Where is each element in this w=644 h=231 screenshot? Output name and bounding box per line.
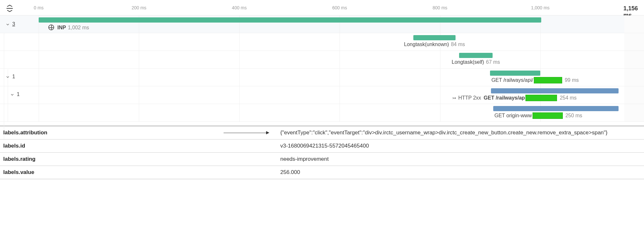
- span-bar[interactable]: [493, 106, 619, 111]
- span-child-count[interactable]: 3: [12, 21, 15, 27]
- span-row[interactable]: 3INP1,002 ms: [0, 15, 644, 33]
- details-key: labels.rating: [3, 156, 274, 162]
- span-bar[interactable]: [491, 88, 619, 93]
- span-child-count: 1: [12, 74, 15, 80]
- details-value: needs-improvement: [280, 156, 641, 162]
- chevron-down-icon[interactable]: [5, 21, 11, 28]
- span-label: GET /railways/api/99 ms: [491, 77, 579, 83]
- span-row[interactable]: Longtask(unknown)84 ms: [0, 33, 644, 51]
- details-row: labels.attribution{"eventType":"click","…: [0, 126, 644, 140]
- span-row[interactable]: GET origin-www250 ms: [0, 104, 644, 122]
- span-duration: 84 ms: [451, 42, 465, 47]
- details-value: {"eventType":"click","eventTarget":"div>…: [280, 130, 641, 136]
- globe-icon: [48, 24, 54, 30]
- redacted-text: [525, 95, 557, 101]
- span-rows: 3INP1,002 msLongtask(unknown)84 msLongta…: [0, 15, 644, 122]
- span-row[interactable]: Longtask(self)67 ms: [0, 51, 644, 69]
- ruler-tick: 200 ms: [131, 5, 146, 10]
- span-duration: 254 ms: [560, 95, 576, 101]
- span-label: INP1,002 ms: [48, 24, 89, 31]
- timeline: 0 ms200 ms400 ms600 ms800 ms1,000 ms1,15…: [0, 0, 644, 122]
- chevron-down-icon[interactable]: [9, 91, 15, 98]
- details-value: v3-1680069421315-5572045465400: [280, 143, 641, 149]
- span-label: GET origin-www250 ms: [495, 112, 582, 119]
- details-value: 256.000: [280, 169, 641, 176]
- details-row: labels.idv3-1680069421315-5572045465400: [0, 140, 644, 153]
- span-bar[interactable]: [459, 53, 493, 58]
- time-ruler: 0 ms200 ms400 ms600 ms800 ms1,000 ms1,15…: [0, 0, 644, 15]
- details-key: labels.value: [3, 169, 274, 176]
- arrow-icon: [224, 133, 269, 133]
- span-row[interactable]: 1GET /railways/api/99 ms: [0, 69, 644, 86]
- span-duration: 99 ms: [565, 77, 579, 83]
- ruler-tick: 600 ms: [332, 5, 347, 10]
- http-out-icon: ↣: [452, 95, 456, 101]
- details-key: labels.attribution: [3, 130, 274, 136]
- http-status: HTTP 2xx: [458, 95, 481, 101]
- redacted-text: [534, 77, 562, 83]
- ruler-tick: 800 ms: [433, 5, 447, 10]
- span-title: Longtask(unknown): [404, 42, 449, 47]
- details-table: labels.attribution{"eventType":"click","…: [0, 126, 644, 179]
- span-title: Longtask(self): [452, 59, 484, 65]
- span-bar[interactable]: [490, 71, 540, 76]
- span-duration: 1,002 ms: [68, 25, 89, 30]
- span-label: Longtask(unknown)84 ms: [404, 42, 465, 47]
- span-title: GET /railways/ap: [484, 95, 525, 101]
- details-key: labels.id: [3, 143, 274, 149]
- span-row[interactable]: 1↣HTTP 2xxGET /railways/ap254 ms: [0, 86, 644, 104]
- chevron-down-icon[interactable]: [5, 74, 11, 80]
- span-duration: 67 ms: [486, 59, 500, 65]
- span-duration: 250 ms: [565, 113, 582, 118]
- span-child-count: 1: [17, 91, 20, 97]
- span-bar[interactable]: [39, 17, 541, 23]
- span-title: GET /railways/api/: [491, 77, 533, 83]
- collapse-all-icon[interactable]: [6, 5, 14, 12]
- ruler-tick: 1,000 ms: [531, 5, 550, 10]
- span-title: INP: [57, 25, 66, 30]
- details-row: labels.ratingneeds-improvement: [0, 153, 644, 166]
- span-label: Longtask(self)67 ms: [452, 59, 500, 65]
- ruler-tick: 0 ms: [34, 5, 43, 10]
- ruler-tick: 400 ms: [232, 5, 247, 10]
- redacted-text: [533, 112, 563, 119]
- details-row: labels.value256.000: [0, 166, 644, 179]
- span-label: ↣HTTP 2xxGET /railways/ap254 ms: [452, 95, 576, 101]
- span-title: GET origin-www: [495, 113, 532, 118]
- span-bar[interactable]: [413, 35, 456, 40]
